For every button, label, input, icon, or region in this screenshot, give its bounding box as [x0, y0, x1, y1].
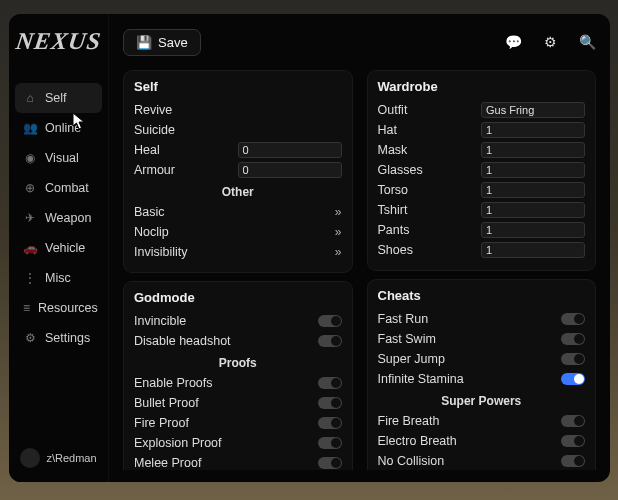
label-torso: Torso	[378, 183, 409, 197]
label-shoes: Shoes	[378, 243, 413, 257]
nav: ⌂Self👥Online◉Visual⊕Combat✈Weapon🚗Vehicl…	[9, 83, 108, 353]
row-noclip[interactable]: Noclip»	[134, 222, 342, 242]
mask-input[interactable]	[481, 142, 585, 158]
chevron-right-icon: »	[335, 205, 342, 219]
profile: z\Redman	[12, 438, 104, 482]
pants-input[interactable]	[481, 222, 585, 238]
sidebar-item-label: Combat	[45, 181, 89, 195]
logo: NEXUS	[14, 28, 103, 55]
row-shoes: Shoes	[378, 240, 586, 260]
label-basic: Basic	[134, 205, 165, 219]
content: Self Revive Suicide Heal Armour Other Ba…	[123, 70, 596, 470]
row-melee-proof: Melee Proof	[134, 453, 342, 470]
gear-icon[interactable]: ⚙	[544, 34, 557, 50]
row-suicide[interactable]: Suicide	[134, 120, 342, 140]
username: z\Redman	[46, 452, 96, 464]
label-no-collision: No Collision	[378, 454, 445, 468]
label-disable-headshot: Disable headshot	[134, 334, 231, 348]
row-fire-proof: Fire Proof	[134, 413, 342, 433]
toggle-disable-headshot[interactable]	[318, 335, 342, 347]
row-mask: Mask	[378, 140, 586, 160]
label-explosion-proof: Explosion Proof	[134, 436, 222, 450]
outfit-input[interactable]	[481, 102, 585, 118]
row-electro-breath: Electro Breath	[378, 431, 586, 451]
chevron-right-icon: »	[335, 225, 342, 239]
label-hat: Hat	[378, 123, 397, 137]
card-cheats: Cheats Fast Run Fast Swim Super Jump Inf…	[367, 279, 597, 470]
toggle-melee-proof[interactable]	[318, 457, 342, 469]
label-tshirt: Tshirt	[378, 203, 408, 217]
misc-icon: ⋮	[23, 271, 37, 285]
row-fire-breath: Fire Breath	[378, 411, 586, 431]
label-fire-breath: Fire Breath	[378, 414, 440, 428]
sidebar-item-label: Settings	[45, 331, 90, 345]
heal-input[interactable]	[238, 142, 342, 158]
card-self: Self Revive Suicide Heal Armour Other Ba…	[123, 70, 353, 273]
godmode-title: Godmode	[134, 290, 342, 305]
shoes-input[interactable]	[481, 242, 585, 258]
save-button[interactable]: 💾 Save	[123, 29, 201, 56]
toggle-enable-proofs[interactable]	[318, 377, 342, 389]
sidebar-item-misc[interactable]: ⋮Misc	[9, 263, 108, 293]
sidebar-item-label: Weapon	[45, 211, 91, 225]
tshirt-input[interactable]	[481, 202, 585, 218]
torso-input[interactable]	[481, 182, 585, 198]
weapon-icon: ✈	[23, 211, 37, 225]
label-heal: Heal	[134, 143, 160, 157]
row-disable-headshot: Disable headshot	[134, 331, 342, 351]
settings-icon: ⚙	[23, 331, 37, 345]
toggle-super-jump[interactable]	[561, 353, 585, 365]
label-bullet-proof: Bullet Proof	[134, 396, 199, 410]
card-wardrobe: Wardrobe Outfit Hat Mask Glasses Torso T…	[367, 70, 597, 271]
row-explosion-proof: Explosion Proof	[134, 433, 342, 453]
sidebar-item-settings[interactable]: ⚙Settings	[9, 323, 108, 353]
sidebar-item-weapon[interactable]: ✈Weapon	[9, 203, 108, 233]
label-mask: Mask	[378, 143, 408, 157]
armour-input[interactable]	[238, 162, 342, 178]
save-label: Save	[158, 35, 188, 50]
toggle-fast-run[interactable]	[561, 313, 585, 325]
sidebar-item-visual[interactable]: ◉Visual	[9, 143, 108, 173]
toggle-fire-breath[interactable]	[561, 415, 585, 427]
hat-input[interactable]	[481, 122, 585, 138]
row-basic[interactable]: Basic»	[134, 202, 342, 222]
search-icon[interactable]: 🔍	[579, 34, 596, 50]
label-enable-proofs: Enable Proofs	[134, 376, 213, 390]
toggle-fast-swim[interactable]	[561, 333, 585, 345]
topbar: 💾 Save 💬 ⚙ 🔍	[123, 24, 596, 60]
toggle-fire-proof[interactable]	[318, 417, 342, 429]
row-enable-proofs: Enable Proofs	[134, 373, 342, 393]
sidebar-item-vehicle[interactable]: 🚗Vehicle	[9, 233, 108, 263]
label-fast-swim: Fast Swim	[378, 332, 436, 346]
row-hat: Hat	[378, 120, 586, 140]
toggle-explosion-proof[interactable]	[318, 437, 342, 449]
wardrobe-title: Wardrobe	[378, 79, 586, 94]
toggle-bullet-proof[interactable]	[318, 397, 342, 409]
row-glasses: Glasses	[378, 160, 586, 180]
app-panel: NEXUS ⌂Self👥Online◉Visual⊕Combat✈Weapon🚗…	[9, 14, 610, 482]
row-torso: Torso	[378, 180, 586, 200]
resources-icon: ≡	[23, 301, 30, 315]
row-outfit: Outfit	[378, 100, 586, 120]
label-electro-breath: Electro Breath	[378, 434, 457, 448]
sidebar-item-resources[interactable]: ≡Resources	[9, 293, 108, 323]
glasses-input[interactable]	[481, 162, 585, 178]
sidebar-item-combat[interactable]: ⊕Combat	[9, 173, 108, 203]
sidebar-item-self[interactable]: ⌂Self	[15, 83, 102, 113]
row-revive[interactable]: Revive	[134, 100, 342, 120]
row-fast-run: Fast Run	[378, 309, 586, 329]
row-fast-swim: Fast Swim	[378, 329, 586, 349]
label-invincible: Invincible	[134, 314, 186, 328]
toggle-no-collision[interactable]	[561, 455, 585, 467]
sidebar-item-online[interactable]: 👥Online	[9, 113, 108, 143]
label-outfit: Outfit	[378, 103, 408, 117]
chat-icon[interactable]: 💬	[505, 34, 522, 50]
row-infinite-stamina: Infinite Stamina	[378, 369, 586, 389]
sidebar-item-label: Online	[45, 121, 81, 135]
row-invincible: Invincible	[134, 311, 342, 331]
toggle-infinite-stamina[interactable]	[561, 373, 585, 385]
row-armour: Armour	[134, 160, 342, 180]
row-invisibility[interactable]: Invisibility»	[134, 242, 342, 262]
toggle-invincible[interactable]	[318, 315, 342, 327]
toggle-electro-breath[interactable]	[561, 435, 585, 447]
